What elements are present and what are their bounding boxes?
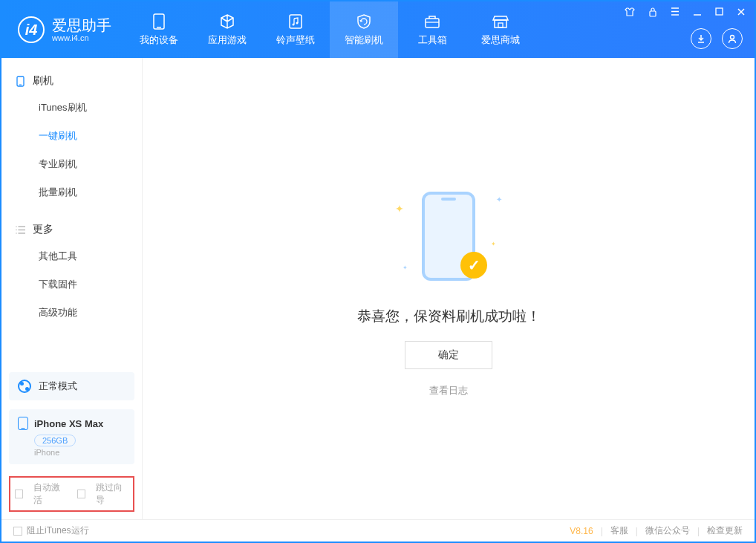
nav-tab-toolbox[interactable]: 工具箱 [398,1,466,58]
separator: | [636,526,638,536]
block-itunes-checkbox[interactable] [13,527,22,536]
auto-activate-label: 自动激活 [33,481,66,507]
skip-guide-label: 跳过向导 [96,481,128,507]
sidebar-item-oneclick-flash[interactable]: 一键刷机 [1,122,142,150]
section-title: 更多 [33,223,53,236]
download-button[interactable] [691,28,711,49]
separator: | [697,526,700,536]
sidebar-item-itunes-flash[interactable]: iTunes刷机 [1,94,142,122]
sidebar-item-other-tools[interactable]: 其他工具 [1,242,142,270]
app-header: i4 爱思助手 www.i4.cn 我的设备 应用游戏 铃声壁纸 智能刷机 工具… [1,1,755,58]
success-message: 恭喜您，保资料刷机成功啦！ [357,307,541,326]
sidebar-section-more: 更多 [1,217,142,242]
svg-rect-7 [498,23,503,27]
maximize-button[interactable] [712,6,726,19]
logo-icon: i4 [18,16,45,43]
cube-icon [218,13,236,30]
storage-badge: 256GB [34,435,76,446]
sidebar-item-download-fw[interactable]: 下载固件 [1,270,142,299]
checkmark-badge-icon: ✓ [460,252,487,279]
window-controls [622,6,749,19]
service-link[interactable]: 客服 [610,524,628,537]
auto-activate-checkbox[interactable] [15,490,23,498]
block-itunes-label: 阻止iTunes运行 [27,524,89,537]
mode-box[interactable]: 正常模式 [9,372,134,400]
section-title: 刷机 [33,74,53,88]
svg-point-10 [731,36,734,39]
refresh-shield-icon [355,13,373,30]
nav-tabs: 我的设备 应用游戏 铃声壁纸 智能刷机 工具箱 爱思商城 [125,1,535,58]
svg-rect-5 [426,19,439,27]
device-name: iPhone XS Max [34,418,103,429]
music-icon [287,13,304,30]
wechat-link[interactable]: 微信公众号 [645,524,690,537]
sidebar-item-advanced[interactable]: 高级功能 [1,299,142,327]
nav-tab-device[interactable]: 我的设备 [125,1,193,58]
sparkle-icon: ✦ [395,203,404,215]
nav-tab-store[interactable]: 爱思商城 [466,1,535,58]
sidebar-item-pro-flash[interactable]: 专业刷机 [1,150,142,178]
version-label: V8.16 [570,526,593,536]
nav-tab-apps[interactable]: 应用游戏 [193,1,261,58]
device-type: iPhone [34,448,126,457]
close-button[interactable] [734,6,749,19]
nav-label: 工具箱 [418,33,447,47]
sidebar-section-flash: 刷机 [1,68,142,94]
nav-label: 智能刷机 [345,33,383,47]
update-link[interactable]: 检查更新 [707,524,743,537]
logo-area: i4 爱思助手 www.i4.cn [1,16,125,43]
user-button[interactable] [722,28,743,49]
skip-guide-checkbox[interactable] [77,490,85,498]
nav-label: 爱思商城 [481,33,520,47]
list-icon [15,224,25,235]
device-phone-icon [18,417,28,430]
separator: | [601,526,603,536]
footer: 阻止iTunes运行 V8.16 | 客服 | 微信公众号 | 检查更新 [1,519,755,542]
device-box[interactable]: iPhone XS Max 256GB iPhone [9,409,134,464]
confirm-button[interactable]: 确定 [405,341,492,369]
success-illustration: ✦ ✦ ✦ ✦ ✓ [374,181,523,292]
lock-icon[interactable] [645,6,660,19]
sparkle-icon: ✦ [403,264,408,271]
svg-point-3 [293,24,295,26]
nav-label: 铃声壁纸 [276,33,315,47]
app-name: 爱思助手 [52,17,111,33]
nav-label: 我的设备 [140,33,178,47]
mode-label: 正常模式 [39,380,77,393]
sparkle-icon: ✦ [491,241,496,247]
options-row: 自动激活 跳过向导 [9,476,134,512]
svg-rect-2 [290,15,302,28]
menu-icon[interactable] [668,6,682,19]
nav-tab-ringtone[interactable]: 铃声壁纸 [261,1,330,58]
store-icon [492,13,509,30]
nav-tab-flash[interactable]: 智能刷机 [330,1,398,58]
shirt-icon[interactable] [622,6,638,19]
phone-small-icon [15,76,25,86]
svg-point-4 [296,22,299,25]
device-icon [150,13,168,30]
mode-icon [18,380,31,393]
sidebar: 刷机 iTunes刷机 一键刷机 专业刷机 批量刷机 更多 其他工具 下载固件 … [1,58,143,519]
minimize-button[interactable] [690,6,705,19]
header-actions [691,28,743,49]
svg-rect-12 [19,84,22,85]
main-content: ✦ ✦ ✦ ✦ ✓ 恭喜您，保资料刷机成功啦！ 确定 查看日志 [143,58,755,519]
sidebar-item-batch-flash[interactable]: 批量刷机 [1,178,142,207]
svg-rect-8 [650,11,656,16]
svg-rect-9 [716,8,723,15]
sparkle-icon: ✦ [496,195,502,204]
app-url: www.i4.cn [52,33,111,42]
svg-rect-1 [157,27,161,28]
nav-label: 应用游戏 [208,33,247,47]
view-log-link[interactable]: 查看日志 [429,384,468,397]
toolbox-icon [423,13,441,30]
svg-rect-6 [495,20,506,27]
